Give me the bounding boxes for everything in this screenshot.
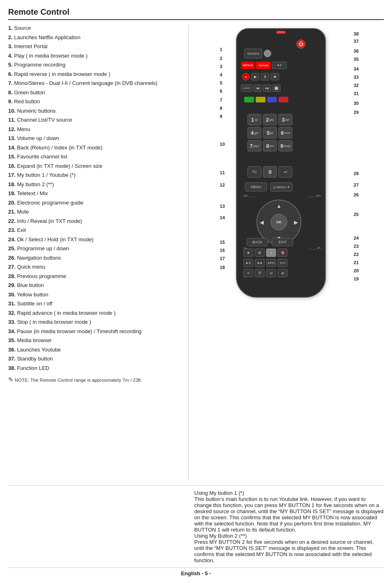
netflix-button[interactable]: NETFLIX bbox=[241, 62, 255, 69]
list-item: 20. Electronic programme guide bbox=[8, 199, 182, 207]
label-12: 12 bbox=[220, 182, 225, 187]
num-7[interactable]: 7pqrs bbox=[247, 140, 261, 151]
label-27: 27 bbox=[354, 182, 359, 187]
mybutton2-header: Using My Button 2 (**) bbox=[194, 533, 384, 539]
media-button[interactable]: 🎬 bbox=[255, 269, 265, 277]
list-item: 5. Programme recording bbox=[8, 61, 182, 69]
label-33: 33 bbox=[354, 75, 359, 80]
mybtns-button[interactable]: ★⊕ bbox=[255, 259, 265, 267]
label-36: 36 bbox=[354, 49, 359, 53]
stop-button[interactable]: ■ bbox=[271, 73, 279, 80]
num-6[interactable]: 6mno bbox=[278, 127, 292, 138]
mybtn2-button[interactable]: ★② bbox=[272, 62, 287, 69]
list-item: 38. Function LED bbox=[8, 364, 182, 372]
exit-button[interactable]: EXIT bbox=[272, 238, 293, 246]
label-10: 10 bbox=[220, 142, 225, 147]
misc-row3: ≡ 🎬 ⊡ ⇄ bbox=[243, 269, 287, 277]
left-column: 1. Source2. Launches Netflix Application… bbox=[8, 24, 186, 481]
list-item: 1. Source bbox=[8, 24, 182, 32]
fav-button[interactable]: ★ bbox=[243, 249, 253, 257]
menu-row: MENU Q.MENU ✦ bbox=[245, 182, 292, 191]
num-5[interactable]: 5jkl bbox=[263, 127, 277, 138]
fastforward-button[interactable]: ⏭ bbox=[263, 85, 271, 92]
bottom-right: Using My button 1 (*) This button’s main… bbox=[188, 490, 384, 563]
back-exit-row: BACK EXIT bbox=[247, 238, 293, 246]
record-button[interactable]: ● bbox=[242, 73, 249, 80]
num-4[interactable]: 4ghi bbox=[247, 127, 261, 138]
list-item: 32. Rapid advance ( in media browser mod… bbox=[8, 309, 182, 317]
list-item: 31. Subtitle on / off bbox=[8, 300, 182, 308]
mybutton1-text: This button’s main function is to run Yo… bbox=[194, 496, 384, 533]
source-button[interactable]: SOURCE bbox=[244, 49, 262, 58]
green-button[interactable] bbox=[244, 97, 254, 102]
vertical-divider bbox=[188, 24, 189, 481]
nav-right[interactable]: ▶ bbox=[294, 219, 298, 225]
main-row: 1. Source2. Launches Netflix Application… bbox=[8, 24, 384, 481]
p-plus-label: ........ P+ bbox=[307, 194, 321, 198]
blue-button[interactable] bbox=[267, 97, 277, 102]
media-controls-row: ● ▶ ⏸ ■ bbox=[242, 73, 279, 80]
txt-button[interactable]: TXT bbox=[278, 259, 287, 267]
list-item: 26. Navigation buttons bbox=[8, 254, 182, 262]
ok-button[interactable]: OK bbox=[271, 214, 287, 230]
list-item: 4. Play ( in media browser mode ) bbox=[8, 52, 182, 60]
rewind-button[interactable]: ⏮ bbox=[254, 85, 262, 92]
vp-labels: V+ ........ ........ P+ bbox=[243, 194, 321, 198]
swap-button[interactable]: ⇄ bbox=[278, 269, 287, 277]
label-37: 37 bbox=[354, 39, 359, 44]
qmenu-button[interactable]: Q.MENU ✦ bbox=[270, 182, 292, 191]
label-2: 2 bbox=[220, 56, 222, 61]
info-button[interactable]: i bbox=[266, 249, 276, 257]
pip-button[interactable]: ⊡ bbox=[266, 269, 276, 277]
label-30: 30 bbox=[354, 101, 359, 106]
yellow-button[interactable] bbox=[256, 97, 265, 102]
label-31: 31 bbox=[354, 91, 359, 96]
list-item: 6. Rapid reverse ( in media browser mode… bbox=[8, 70, 182, 78]
list-item: 9. Red button bbox=[8, 98, 182, 106]
num-3[interactable]: 3def bbox=[278, 114, 292, 125]
nav-up[interactable]: ▲ bbox=[276, 203, 282, 209]
list-item: 33. Stop ( in media browser mode ) bbox=[8, 318, 182, 326]
mute-button[interactable]: 🔇 bbox=[278, 249, 287, 257]
label-1: 1 bbox=[220, 47, 222, 52]
standby-button[interactable]: ⏻ bbox=[296, 40, 305, 49]
mybtn1-button[interactable]: ★① bbox=[243, 259, 253, 267]
pause-button[interactable]: ⏸ bbox=[261, 73, 269, 80]
lang-button[interactable]: LANG. bbox=[241, 85, 252, 92]
screen-button[interactable]: ⊞ bbox=[255, 249, 265, 257]
mybutton1-header: Using My button 1 (*) bbox=[194, 490, 384, 496]
tv-button[interactable]: TV bbox=[247, 166, 261, 178]
subtitle-button[interactable]: 🔤 bbox=[272, 85, 281, 92]
num-8[interactable]: 8tuv bbox=[263, 140, 277, 151]
menu-button[interactable]: MENU bbox=[245, 182, 267, 191]
epg-button[interactable]: EPG bbox=[266, 259, 276, 267]
num-1[interactable]: 1/@ bbox=[247, 114, 261, 125]
label-17: 17 bbox=[220, 256, 225, 261]
label-16: 16 bbox=[220, 248, 225, 253]
label-38: 38 bbox=[354, 31, 359, 36]
nav-left[interactable]: ◀ bbox=[260, 219, 264, 225]
bottom-left bbox=[8, 490, 188, 563]
list-item: 27. Quick menu bbox=[8, 263, 182, 271]
label-13: 13 bbox=[220, 204, 225, 209]
num-0[interactable]: 0 bbox=[263, 166, 277, 178]
label-34: 34 bbox=[354, 67, 359, 71]
remote-diagram: 38 37 36 35 34 33 32 31 30 29 28 27 26 2… bbox=[220, 24, 359, 310]
bottom-numpad-row: TV 0 ↩ bbox=[247, 166, 292, 178]
list-item: 7. Mono/Stereo - Dual I-II / Current lan… bbox=[8, 79, 182, 87]
num-2[interactable]: 2abc bbox=[263, 114, 277, 125]
play-button[interactable]: ▶ bbox=[251, 73, 259, 80]
list-item: 18. My button 2 (**) bbox=[8, 180, 182, 189]
recall-button[interactable]: ↩ bbox=[278, 166, 292, 178]
list-item: 34. Pause (in media browser mode) / Time… bbox=[8, 327, 182, 336]
num-9[interactable]: 9wxyz bbox=[278, 140, 292, 151]
label-35: 35 bbox=[354, 57, 359, 62]
youtube-button[interactable]: YouTube bbox=[256, 62, 271, 69]
misc-row1: ★ ⊞ i 🔇 bbox=[243, 249, 287, 257]
list-item: 25. Programme up / down bbox=[8, 245, 182, 253]
chlist-button[interactable]: ≡ bbox=[243, 269, 253, 277]
label-21: 21 bbox=[354, 260, 359, 265]
back-button[interactable]: BACK bbox=[247, 238, 268, 246]
list-item: 13. Volume up / down bbox=[8, 134, 182, 142]
red-button[interactable] bbox=[278, 97, 288, 102]
